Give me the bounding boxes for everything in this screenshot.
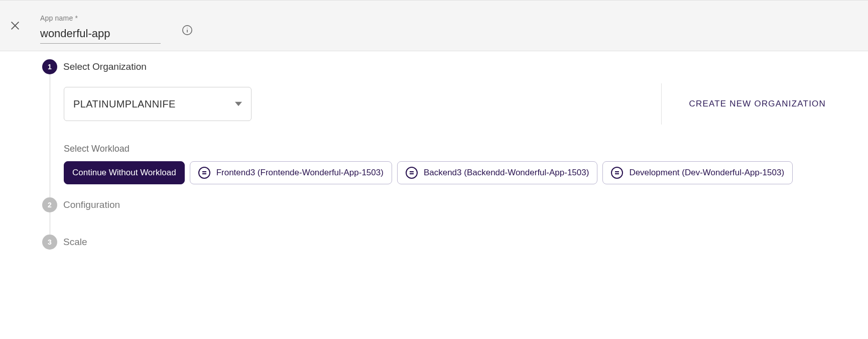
app-name-label: App name * xyxy=(40,14,161,22)
organization-select[interactable]: PLATINUMPLANNIFE xyxy=(64,87,252,121)
close-icon xyxy=(10,20,21,31)
select-workload-label: Select Workload xyxy=(64,144,853,154)
app-name-field-wrap: App name * xyxy=(40,14,161,44)
workload-icon xyxy=(611,167,623,179)
create-new-organization-button[interactable]: CREATE NEW ORGANIZATION xyxy=(679,99,836,109)
step-select-organization: 1 Select Organization PLATINUMPLANNIFE C… xyxy=(63,61,853,199)
step-configuration: 2 Configuration xyxy=(63,199,853,237)
chevron-down-icon xyxy=(235,100,242,107)
workload-option-chip[interactable]: Frontend3 (Frontende-Wonderful-App-1503) xyxy=(190,161,392,184)
workload-icon xyxy=(406,167,418,179)
workload-option-label: Backend3 (Backendd-Wonderful-App-1503) xyxy=(424,168,589,178)
continue-without-workload-label: Continue Without Workload xyxy=(72,168,176,178)
workload-option-label: Frontend3 (Frontende-Wonderful-App-1503) xyxy=(216,168,384,178)
organization-row: PLATINUMPLANNIFE CREATE NEW ORGANIZATION xyxy=(64,83,853,125)
svg-point-4 xyxy=(187,28,187,28)
organization-selected-value: PLATINUMPLANNIFE xyxy=(73,98,176,110)
step-badge-3: 3 xyxy=(42,235,57,250)
header-bar: App name * xyxy=(0,0,868,51)
step-badge-2: 2 xyxy=(42,197,57,212)
step-title-1: Select Organization xyxy=(63,61,147,72)
workload-option-label: Development (Dev-Wonderful-App-1503) xyxy=(629,168,784,178)
workload-option-chip[interactable]: Backend3 (Backendd-Wonderful-App-1503) xyxy=(397,161,598,184)
workload-icon xyxy=(198,167,210,179)
app-name-info-button[interactable] xyxy=(180,23,195,38)
step-title-3: Scale xyxy=(63,237,87,248)
app-name-input[interactable] xyxy=(40,25,161,44)
info-icon xyxy=(182,25,193,36)
workload-option-chip[interactable]: Development (Dev-Wonderful-App-1503) xyxy=(602,161,793,184)
step-badge-1: 1 xyxy=(42,59,57,74)
continue-without-workload-chip[interactable]: Continue Without Workload xyxy=(64,161,185,184)
workload-chip-row: Continue Without Workload Frontend3 (Fro… xyxy=(64,161,853,184)
wizard-content: 1 Select Organization PLATINUMPLANNIFE C… xyxy=(0,51,868,263)
close-button[interactable] xyxy=(5,16,25,36)
step-scale: 3 Scale xyxy=(63,237,853,248)
step-title-2: Configuration xyxy=(63,199,120,210)
